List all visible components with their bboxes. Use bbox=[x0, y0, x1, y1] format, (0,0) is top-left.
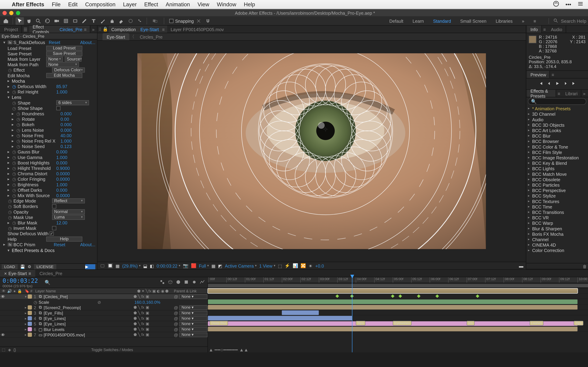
draft-3d-icon[interactable] bbox=[168, 279, 173, 285]
keyframe-diamond[interactable] bbox=[336, 294, 339, 298]
effect-about[interactable]: About... bbox=[80, 40, 95, 45]
pan-behind-tool[interactable] bbox=[62, 17, 70, 25]
panel-overflow-icon[interactable]: » bbox=[90, 26, 96, 32]
fx-badge-icon[interactable]: fx bbox=[8, 40, 13, 44]
stopwatch-icon[interactable]: ◷ bbox=[16, 144, 21, 149]
stopwatch-icon[interactable]: ◷ bbox=[12, 171, 17, 176]
layer-label-color[interactable] bbox=[28, 294, 32, 299]
toggle-switches-icon[interactable]: ⬚ bbox=[2, 347, 6, 352]
timeline-layer-row[interactable]: ▸ 6 ▢ Blur Levels ⬟ ╲ fx ▣ @None ▾ bbox=[0, 327, 208, 332]
stopwatch-icon[interactable]: ◷ bbox=[12, 176, 17, 181]
type-tool[interactable] bbox=[89, 17, 98, 25]
roundness-value[interactable]: 0.000 bbox=[61, 111, 72, 116]
twirl-icon[interactable]: ▸ bbox=[24, 333, 28, 337]
effects-category[interactable]: BCC Blur bbox=[526, 133, 588, 138]
menu-view[interactable]: View bbox=[198, 1, 209, 8]
stopwatch-icon[interactable]: ◷ bbox=[12, 84, 17, 89]
load-preset-button[interactable]: Load Preset bbox=[46, 45, 82, 50]
effects-category[interactable]: Audio bbox=[526, 117, 588, 122]
composition-mini-flowchart-icon[interactable] bbox=[160, 279, 165, 285]
layer-switches[interactable]: ⬟ ╲ fx ▣ bbox=[132, 311, 174, 315]
roto-brush-tool[interactable] bbox=[126, 17, 135, 25]
stopwatch-icon[interactable]: ◷ bbox=[8, 215, 13, 220]
eraser-tool[interactable] bbox=[117, 17, 126, 25]
layer-name[interactable]: [Screen2_Precomp] bbox=[43, 305, 132, 310]
effects-category-list[interactable]: * Animation Presets3D ChannelAudioBCC 3D… bbox=[526, 106, 588, 263]
menu-layer[interactable]: Layer bbox=[123, 1, 137, 8]
save-icon[interactable]: 💾 bbox=[20, 264, 25, 269]
rectangle-tool[interactable] bbox=[71, 17, 79, 25]
zoom-tool[interactable] bbox=[34, 17, 42, 25]
grid-icon[interactable]: ▦ bbox=[115, 263, 120, 268]
effects-category[interactable]: BCC Image Restoration bbox=[526, 155, 588, 160]
timeline-layer-row[interactable]: ▸ 2 ⧉ [Screen2_Precomp] ⬟ ╲ fx ▣ @None ▾ bbox=[0, 305, 208, 310]
brightness-value[interactable]: 1.000 bbox=[56, 182, 67, 187]
stopwatch-icon[interactable]: ◷ bbox=[12, 193, 17, 198]
timeline-clip[interactable] bbox=[208, 289, 578, 293]
stopwatch-icon[interactable]: ◷ bbox=[8, 204, 13, 209]
effects-category[interactable]: Boris FX Mocha bbox=[526, 231, 588, 236]
resolution-down-icon[interactable]: ⬓ bbox=[143, 263, 147, 268]
effects-category[interactable]: BCC VR bbox=[526, 215, 588, 220]
cc-sync-icon[interactable] bbox=[553, 0, 560, 8]
timeline-track[interactable] bbox=[208, 316, 588, 321]
timeline-clip[interactable] bbox=[208, 305, 578, 309]
composition-viewport[interactable] bbox=[137, 53, 486, 249]
puppet-tool[interactable] bbox=[136, 17, 144, 25]
effects-category[interactable]: BCC Textures bbox=[526, 198, 588, 204]
menubar-list-icon[interactable] bbox=[577, 0, 584, 8]
lens-noise-value[interactable]: 0.000 bbox=[61, 127, 72, 132]
stopwatch-icon[interactable]: ◷ bbox=[16, 127, 21, 132]
timeline-search[interactable]: 🔍 bbox=[45, 280, 51, 285]
shape-dropdown[interactable]: 6 sides bbox=[56, 100, 89, 105]
mix-src-value[interactable]: 0.0000 bbox=[56, 193, 70, 198]
stopwatch-icon[interactable]: ◷ bbox=[12, 89, 17, 94]
layer-marker[interactable]: Lashes bbox=[529, 321, 544, 325]
layer-name[interactable]: [Eye_Lines] bbox=[43, 322, 132, 326]
timeline-clip[interactable] bbox=[208, 300, 578, 304]
twirl-icon[interactable]: ▸ bbox=[24, 306, 28, 309]
effects-search-input[interactable]: 🔍 bbox=[528, 98, 587, 105]
workspace-small-screen[interactable]: Small Screen bbox=[460, 18, 486, 23]
layer-name[interactable]: [Eye_Fills] bbox=[43, 310, 132, 315]
twirl-icon[interactable]: ▸ bbox=[8, 79, 12, 83]
effects-category[interactable]: 3D Channel bbox=[526, 111, 588, 117]
clone-stamp-tool[interactable] bbox=[108, 17, 116, 25]
visibility-toggle[interactable] bbox=[1, 305, 5, 309]
timeline-track[interactable] bbox=[208, 288, 588, 294]
reset-exposure-icon[interactable]: ☀ bbox=[309, 263, 313, 268]
save-preset-button[interactable]: Save Preset bbox=[46, 51, 82, 56]
visibility-toggle[interactable] bbox=[1, 327, 5, 331]
timeline-track[interactable] bbox=[208, 326, 588, 332]
effects-category[interactable]: BCC Color & Tone bbox=[526, 144, 588, 149]
twirl-icon[interactable]: ▾ bbox=[24, 295, 28, 299]
workspace-menu-icon[interactable]: ≡ bbox=[534, 18, 536, 23]
magnification-dropdown[interactable]: (29.8%) bbox=[122, 263, 140, 268]
effects-category[interactable]: BCC Stylize bbox=[526, 193, 588, 198]
brackets-icon[interactable]: {} bbox=[13, 347, 16, 352]
menu-effect[interactable]: Effect bbox=[144, 1, 158, 8]
layer-label-color[interactable] bbox=[28, 327, 32, 331]
effects-category[interactable]: * Animation Presets bbox=[526, 106, 588, 111]
snapping-magnet-icon[interactable] bbox=[204, 17, 212, 25]
mask-use-dropdown[interactable]: Luma bbox=[52, 215, 85, 220]
bcc-prism-effect[interactable]: BCC Prism bbox=[13, 242, 52, 247]
layer-name[interactable]: [Eye_Lines] bbox=[43, 316, 132, 320]
blur-mask-value[interactable]: 12.00 bbox=[56, 220, 67, 225]
info-tab[interactable]: Info bbox=[527, 25, 542, 33]
close-window-button[interactable] bbox=[2, 11, 7, 15]
stopwatch-icon[interactable]: ◷ bbox=[12, 154, 17, 159]
parent-dropdown[interactable]: None ▾ bbox=[179, 316, 207, 320]
layer-label-color[interactable] bbox=[28, 305, 32, 309]
timeline-layer-row[interactable]: 👁 ▸ 7 ▭ [FP001450PD05.mov] ⬟ ╲ fx ▣ @Non… bbox=[0, 332, 208, 338]
keyframe-diamond[interactable] bbox=[398, 294, 402, 298]
frame-blend-toggle-icon[interactable]: ◈ bbox=[8, 347, 11, 352]
pickwhip-icon[interactable]: @ bbox=[174, 322, 178, 326]
timeline-tab-eye-start[interactable]: × Eye-Start ≡ bbox=[0, 270, 35, 277]
prev-frame-button[interactable] bbox=[546, 81, 551, 87]
stopwatch-icon[interactable]: ◷ bbox=[8, 225, 13, 231]
timeline-icon[interactable]: 📊 bbox=[293, 263, 298, 268]
effects-category[interactable]: BCC Obsolete bbox=[526, 176, 588, 182]
effects-category[interactable]: BCC Match Move bbox=[526, 171, 588, 176]
layer-marker[interactable]: Deep Blur bbox=[210, 321, 228, 325]
